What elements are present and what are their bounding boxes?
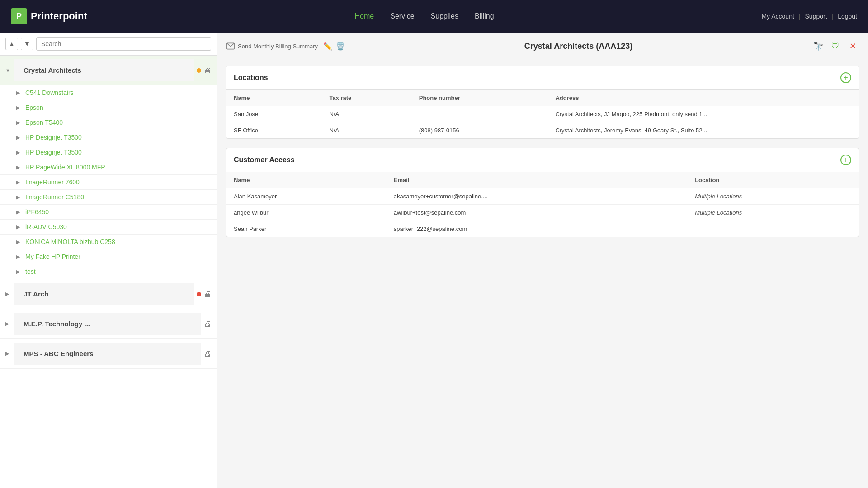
customer-email: sparker+222@sepaline.com [387, 221, 688, 237]
expand-icon: ▶ [16, 135, 23, 141]
sidebar-item-label: Epson [25, 104, 211, 111]
expand-icon: ▶ [16, 179, 23, 185]
sidebar-item-label: JT Arch [14, 283, 194, 305]
send-billing-button[interactable]: Send Monthly Billing Summary [226, 42, 318, 51]
sidebar-item-jt-arch[interactable]: ▶ JT Arch 🖨 [0, 279, 217, 309]
status-dot-red [197, 292, 201, 296]
location-tax: N/A [322, 122, 411, 139]
customer-col-email: Email [387, 172, 688, 188]
sidebar-item-label: HP Designjet T3500 [25, 134, 211, 141]
expand-icon: ▶ [16, 269, 23, 275]
my-account-link[interactable]: My Account [761, 13, 794, 20]
logo-icon: P [11, 8, 27, 24]
customer-email: akasameyer+customer@sepaline.... [387, 188, 688, 205]
expand-icon: ▶ [5, 291, 12, 297]
sidebar-item-konica[interactable]: ▶ KONICA MINOLTA bizhub C258 [0, 235, 217, 249]
main-nav: Home Service Supplies Billing [355, 12, 494, 20]
customer-email: awilbur+test@sepaline.com [387, 205, 688, 221]
table-row[interactable]: San Jose N/A Crystal Architects, JJ Mago… [226, 106, 859, 122]
sidebar-item-label: iR-ADV C5030 [25, 223, 211, 230]
sidebar-top: ▲ ▼ [0, 33, 217, 56]
location-phone [412, 106, 548, 122]
expand-icon: ▶ [5, 351, 12, 357]
customer-col-name: Name [226, 172, 387, 188]
sidebar-item-ir-adv[interactable]: ▶ iR-ADV C5030 [0, 220, 217, 235]
add-location-button[interactable]: + [840, 72, 851, 83]
nav-home[interactable]: Home [355, 12, 374, 20]
sidebar-item-hp-pagewide[interactable]: ▶ HP PageWide XL 8000 MFP [0, 160, 217, 175]
locations-col-name: Name [226, 90, 322, 106]
shield-icon[interactable]: 🛡 [829, 40, 842, 52]
sidebar-item-label: ImageRunner 7600 [25, 178, 211, 186]
expand-icon: ▼ [5, 68, 12, 73]
sidebar-item-mep[interactable]: ▶ M.E.P. Technology ... 🖨 [0, 309, 217, 339]
sidebar-item-crystal-architects[interactable]: ▼ Crystal Architects 🖨 [0, 56, 217, 85]
customer-access-title: Customer Access [234, 156, 295, 164]
support-link[interactable]: Support [805, 13, 827, 20]
header: P Printerpoint Home Service Supplies Bil… [0, 0, 868, 33]
table-row[interactable]: angee Wilbur awilbur+test@sepaline.com M… [226, 205, 859, 221]
sidebar-item-epson-t5400[interactable]: ▶ Epson T5400 [0, 115, 217, 130]
sidebar-item-label: Epson T5400 [25, 119, 211, 126]
location-phone: (808) 987-0156 [412, 122, 548, 139]
search-input[interactable] [36, 37, 211, 51]
main-content: Send Monthly Billing Summary ✏️ 🗑️ Cryst… [217, 33, 868, 488]
sidebar-item-ipf6450[interactable]: ▶ iPF6450 [0, 205, 217, 220]
status-dot-orange [197, 68, 201, 73]
customer-access-table: Name Email Location Alan Kasameyer akasa… [226, 172, 859, 237]
logo-text: Printerpoint [31, 10, 87, 22]
table-row[interactable]: SF Office N/A (808) 987-0156 Crystal Arc… [226, 122, 859, 139]
edit-icon[interactable]: ✏️ [323, 42, 332, 51]
sidebar-item-imagerunner-c5180[interactable]: ▶ ImageRunner C5180 [0, 190, 217, 205]
delete-icon[interactable]: 🗑️ [336, 42, 345, 51]
nav-service[interactable]: Service [390, 12, 414, 20]
expand-icon: ▶ [16, 150, 23, 155]
table-row[interactable]: Sean Parker sparker+222@sepaline.com [226, 221, 859, 237]
sidebar-item-label: KONICA MINOLTA bizhub C258 [25, 238, 211, 245]
sidebar-item-test[interactable]: ▶ test [0, 264, 217, 279]
sidebar-item-label: iPF6450 [25, 208, 211, 216]
sidebar-item-label: Crystal Architects [14, 59, 194, 81]
customer-name: angee Wilbur [226, 205, 387, 221]
locations-col-phone: Phone number [412, 90, 548, 106]
sidebar-item-label: MPS - ABC Engineers [14, 343, 201, 365]
customer-access-header: Customer Access + [226, 148, 859, 172]
sidebar-item-label: M.E.P. Technology ... [14, 313, 201, 335]
expand-icon: ▶ [16, 224, 23, 230]
sidebar-item-imagerunner-7600[interactable]: ▶ ImageRunner 7600 [0, 175, 217, 190]
customer-header-row: Name Email Location [226, 172, 859, 188]
sidebar-item-epson[interactable]: ▶ Epson [0, 100, 217, 115]
sidebar-item-label: My Fake HP Printer [25, 253, 211, 260]
header-right: My Account | Support | Logout [761, 13, 857, 20]
locations-col-tax: Tax rate [322, 90, 411, 106]
sidebar-item-label: ImageRunner C5180 [25, 193, 211, 201]
logout-link[interactable]: Logout [838, 13, 857, 20]
nav-billing[interactable]: Billing [475, 12, 494, 20]
location-address: Crystal Architects, JJ Magoo, 225 Piedmo… [548, 106, 859, 122]
page-title: Crystal Architects (AAA123) [350, 42, 807, 51]
expand-icon: ▶ [16, 194, 23, 200]
sidebar-item-hp-designjet-2[interactable]: ▶ HP Designjet T3500 [0, 145, 217, 160]
sidebar-item-hp-designjet-1[interactable]: ▶ HP Designjet T3500 [0, 130, 217, 145]
locations-section: Locations + Name Tax rate Phone number A… [226, 66, 859, 139]
expand-icon: ▶ [16, 105, 23, 111]
expand-icon: ▶ [5, 321, 12, 327]
sidebar-item-fake-hp[interactable]: ▶ My Fake HP Printer [0, 249, 217, 264]
sidebar-item-c541[interactable]: ▶ C541 Downstairs [0, 85, 217, 100]
printer-icon: 🖨 [204, 290, 211, 298]
location-name: SF Office [226, 122, 322, 139]
nav-next-button[interactable]: ▼ [21, 38, 33, 50]
nav-prev-button[interactable]: ▲ [5, 38, 18, 50]
location-address: Crystal Architects, Jeremy Evans, 49 Gea… [548, 122, 859, 139]
printer-icon: 🖨 [204, 320, 211, 328]
table-row[interactable]: Alan Kasameyer akasameyer+customer@sepal… [226, 188, 859, 205]
binoculars-icon[interactable]: 🔭 [812, 40, 825, 52]
location-name: San Jose [226, 106, 322, 122]
customer-name: Sean Parker [226, 221, 387, 237]
sidebar-item-mps[interactable]: ▶ MPS - ABC Engineers 🖨 [0, 339, 217, 369]
add-customer-button[interactable]: + [840, 155, 851, 165]
customer-location: Multiple Locations [688, 188, 859, 205]
close-icon[interactable]: ✕ [846, 40, 859, 52]
sidebar-item-label: C541 Downstairs [25, 89, 211, 96]
nav-supplies[interactable]: Supplies [431, 12, 458, 20]
